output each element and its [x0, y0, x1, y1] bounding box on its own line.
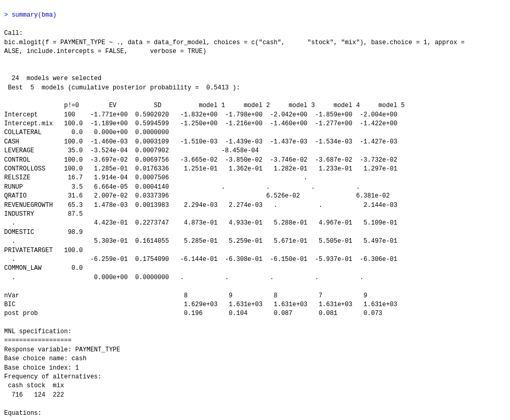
console-output: > summary(bma) Call: bic.mlogit(f = PAYM… — [4, 2, 506, 420]
command-line: > summary(bma) — [4, 11, 57, 19]
